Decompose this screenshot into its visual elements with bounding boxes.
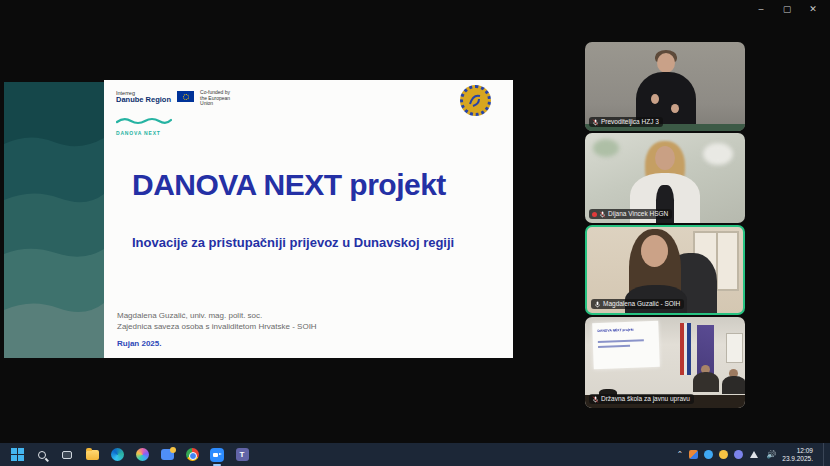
slide-subtitle: Inovacije za pristupačniji prijevoz u Du…: [132, 235, 502, 250]
flipchart: [726, 333, 743, 363]
window-controls: – ▢ ✕: [754, 4, 820, 14]
participant-name: Državna škola za javnu upravu: [601, 395, 690, 403]
participant-strip: Prevoditeljica HZJ 3 Dijana Vincek HSGN: [585, 42, 745, 410]
mic-muted-icon: [592, 396, 599, 403]
presenter-name: Magdalena Guzalić, univ. mag. polit. soc…: [117, 310, 317, 321]
participant-name: Dijana Vincek HSGN: [608, 210, 668, 218]
file-explorer-icon[interactable]: [83, 446, 101, 464]
mic-on-icon: [594, 301, 601, 308]
chat-icon[interactable]: [158, 446, 176, 464]
interreg-logo: Interreg Danube Region Co-funded by the …: [116, 90, 244, 136]
programme-label: Danube Region: [116, 96, 171, 104]
tray-app-icon[interactable]: [689, 450, 698, 459]
clock[interactable]: 12:09 23.9.2025.: [782, 447, 817, 463]
search-icon[interactable]: [33, 446, 51, 464]
copilot-icon[interactable]: [133, 446, 151, 464]
network-icon[interactable]: [749, 450, 760, 459]
date-label: 23.9.2025.: [782, 455, 813, 463]
video-tile-interpreter[interactable]: Prevoditeljica HZJ 3: [585, 42, 745, 131]
tray-teams-icon[interactable]: [734, 450, 743, 459]
hidden-icons-chevron[interactable]: ⌃: [677, 450, 684, 459]
mic-muted-icon: [592, 119, 599, 126]
video-tile-conference-room[interactable]: DANOVA NEXT projekt Državna škola za jav…: [585, 317, 745, 408]
danova-next-label: DANOVA NEXT: [116, 130, 244, 136]
tray-onedrive-icon[interactable]: [704, 450, 713, 459]
recording-icon: [592, 212, 597, 217]
soih-emblem-icon: [460, 85, 491, 116]
participant-name-tag: Državna škola za javnu upravu: [589, 394, 694, 404]
cofunded-line2: the European Union: [200, 95, 230, 107]
participant-name: Magdalena Guzalić - SOIH: [603, 300, 680, 308]
minimize-button[interactable]: –: [754, 4, 768, 14]
video-tile-magdalena-active-speaker[interactable]: Magdalena Guzalić - SOIH: [585, 225, 745, 315]
projected-slide: DANOVA NEXT projekt: [592, 321, 660, 369]
time-label: 12:09: [782, 447, 813, 455]
participant-name: Prevoditeljica HZJ 3: [601, 118, 659, 126]
eu-flag-icon: [177, 91, 194, 102]
start-button[interactable]: [8, 446, 26, 464]
croatian-flag: [680, 323, 691, 375]
teams-icon[interactable]: T: [233, 446, 251, 464]
restore-button[interactable]: ▢: [780, 4, 794, 14]
meeting-window: – ▢ ✕ Interreg Danube Region Co-funded b…: [0, 0, 830, 466]
slide-title: DANOVA NEXT projekt: [132, 168, 502, 202]
volume-icon[interactable]: 🔊: [766, 450, 776, 459]
tray-notification-icon[interactable]: [719, 450, 728, 459]
presenter-organization: Zajednica saveza osoba s invaliditetom H…: [117, 321, 317, 332]
wave-decoration-graphic: [4, 82, 104, 358]
close-button[interactable]: ✕: [806, 4, 820, 14]
chrome-icon[interactable]: [183, 446, 201, 464]
audience-person: [693, 372, 719, 392]
task-view-icon[interactable]: [58, 446, 76, 464]
mic-muted-icon: [599, 211, 606, 218]
edge-browser-icon[interactable]: [108, 446, 126, 464]
participant-name-tag: Prevoditeljica HZJ 3: [589, 117, 663, 127]
participant-name-tag: Magdalena Guzalić - SOIH: [591, 299, 684, 309]
slide-side-panel: [4, 82, 104, 358]
zoom-app-icon[interactable]: [208, 446, 226, 464]
danova-wave-icon: [116, 111, 244, 129]
video-tile-dijana[interactable]: Dijana Vincek HSGN: [585, 133, 745, 223]
shared-slide: Interreg Danube Region Co-funded by the …: [104, 80, 513, 358]
participant-name-tag: Dijana Vincek HSGN: [589, 209, 672, 219]
windows-taskbar: T ⌃ 🔊 12:09 23.9.2025.: [0, 443, 830, 466]
audience-person: [722, 376, 745, 394]
slide-date: Rujan 2025.: [117, 339, 161, 348]
show-desktop-button[interactable]: [823, 443, 826, 466]
